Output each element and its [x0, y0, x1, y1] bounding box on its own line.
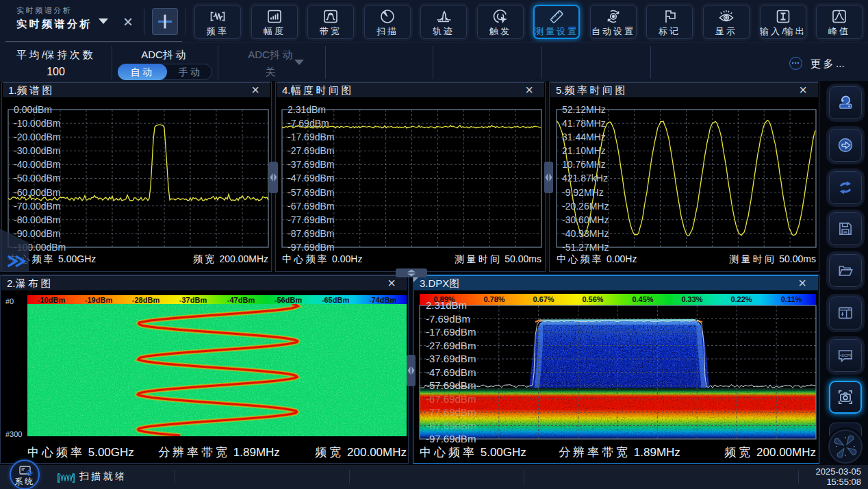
svg-text:-60.00dBm: -60.00dBm	[14, 187, 60, 198]
svg-text:-65dBm: -65dBm	[322, 296, 350, 304]
svg-text:-7.69dBm: -7.69dBm	[426, 313, 470, 325]
svg-text:-17.69dBm: -17.69dBm	[288, 131, 334, 142]
svg-text:-30.60MHz: -30.60MHz	[562, 214, 609, 225]
svg-text:31.44MHz: 31.44MHz	[562, 131, 606, 142]
svg-text:-20.26MHz: -20.26MHz	[562, 201, 609, 212]
svg-text:21.10MHz: 21.10MHz	[562, 145, 606, 156]
svg-text:-30.00dBm: -30.00dBm	[14, 145, 60, 156]
svg-text:421.87kHz: 421.87kHz	[562, 173, 608, 184]
svg-text:-97.69dBm: -97.69dBm	[288, 242, 334, 253]
svg-text:-51.27MHz: -51.27MHz	[562, 242, 609, 253]
svg-text:52.12MHz: 52.12MHz	[562, 104, 606, 115]
svg-text:-19dBm: -19dBm	[85, 296, 113, 304]
svg-text:•SCPI: •SCPI	[840, 353, 852, 358]
svg-text:-74dBm: -74dBm	[369, 296, 397, 304]
svg-text:-7.69dBm: -7.69dBm	[288, 118, 329, 129]
svg-text:2.31dBm: 2.31dBm	[288, 104, 326, 115]
svg-text:-37.69dBm: -37.69dBm	[426, 353, 476, 364]
svg-text:-80.00dBm: -80.00dBm	[14, 214, 60, 225]
svg-text:-37dBm: -37dBm	[179, 296, 207, 304]
svg-text:41.78MHz: 41.78MHz	[562, 118, 606, 129]
svg-text:-40.00dBm: -40.00dBm	[14, 159, 60, 170]
svg-text:-87.69dBm: -87.69dBm	[426, 420, 476, 431]
svg-text:-77.69dBm: -77.69dBm	[288, 214, 334, 225]
svg-text:-47.69dBm: -47.69dBm	[288, 173, 334, 184]
svg-text:-87.69dBm: -87.69dBm	[288, 228, 334, 239]
svg-text:10.76MHz: 10.76MHz	[562, 159, 606, 170]
svg-text:-97.69dBm: -97.69dBm	[426, 433, 476, 444]
svg-text:-47.69dBm: -47.69dBm	[426, 366, 476, 378]
svg-text:-27.69dBm: -27.69dBm	[288, 145, 334, 156]
svg-text:-9.92MHz: -9.92MHz	[562, 187, 604, 198]
svg-text:-37.69dBm: -37.69dBm	[288, 159, 334, 170]
svg-text:2.31dBm: 2.31dBm	[426, 299, 467, 311]
svg-text:-10.00dBm: -10.00dBm	[14, 118, 60, 129]
svg-text:-56dBm: -56dBm	[275, 296, 303, 304]
svg-text:0.56%: 0.56%	[582, 295, 603, 303]
svg-text:-27.69dBm: -27.69dBm	[426, 340, 476, 351]
svg-text:-40.93MHz: -40.93MHz	[562, 228, 609, 239]
svg-text:0.78%: 0.78%	[483, 295, 505, 303]
svg-text:0.33%: 0.33%	[681, 295, 702, 303]
svg-text:-20.00dBm: -20.00dBm	[14, 131, 60, 142]
svg-text:0.00dBm: 0.00dBm	[14, 104, 52, 115]
svg-text:-57.69dBm: -57.69dBm	[426, 379, 476, 391]
svg-text:-28dBm: -28dBm	[132, 296, 160, 304]
svg-text:-67.69dBm: -67.69dBm	[288, 201, 334, 212]
svg-text:#300: #300	[5, 430, 22, 438]
svg-text:-70.00dBm: -70.00dBm	[14, 201, 60, 212]
svg-text:-77.69dBm: -77.69dBm	[426, 406, 476, 418]
svg-text:0.22%: 0.22%	[730, 295, 752, 303]
svg-text:-10dBm: -10dBm	[38, 296, 66, 304]
svg-text:#0: #0	[5, 297, 14, 305]
svg-text:-67.69dBm: -67.69dBm	[426, 393, 476, 405]
svg-text:0.11%: 0.11%	[781, 295, 802, 303]
svg-text:-50.00dBm: -50.00dBm	[14, 173, 60, 184]
svg-text:-47dBm: -47dBm	[227, 296, 255, 304]
svg-text:-17.69dBm: -17.69dBm	[426, 326, 476, 338]
svg-text:0.45%: 0.45%	[632, 295, 653, 303]
svg-text:0.67%: 0.67%	[533, 295, 554, 303]
svg-text:-57.69dBm: -57.69dBm	[288, 187, 334, 198]
